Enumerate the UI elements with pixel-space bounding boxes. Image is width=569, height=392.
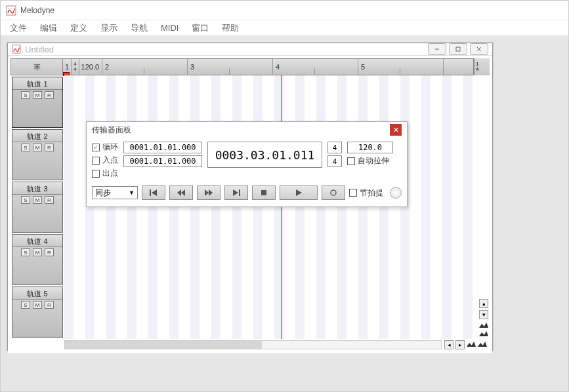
solo-button[interactable]: S [21, 144, 30, 151]
svg-rect-14 [261, 190, 266, 195]
scroll-left-button[interactable]: ◂ [444, 340, 453, 349]
track-list: 轨道 1 S M R 轨道 2 SMR 轨道 3 [11, 75, 64, 339]
track-label[interactable]: 轨道 1 [12, 77, 62, 90]
horizontal-zoom-icon[interactable] [478, 340, 487, 347]
loop-end-position[interactable]: 0001.01.01.000 [123, 155, 202, 167]
punch-in-checkbox[interactable]: 入点 [92, 155, 118, 166]
track-label[interactable]: 轨道 3 [12, 182, 62, 195]
svg-point-16 [331, 190, 336, 195]
record-button[interactable] [322, 186, 345, 200]
dropdown-icon: ▼ [129, 189, 135, 196]
menu-item-edit[interactable]: 编辑 [35, 21, 62, 35]
record-button[interactable]: R [45, 301, 54, 309]
menu-item-file[interactable]: 文件 [5, 21, 32, 35]
time-ruler[interactable]: 1 44 120.0 2 3 4 5 [63, 58, 474, 75]
track-header[interactable]: 轨道 5 SMR [12, 286, 63, 338]
svg-rect-3 [456, 47, 460, 51]
record-button[interactable]: R [45, 91, 54, 99]
svg-marker-11 [209, 189, 213, 196]
track-header[interactable]: 轨道 4 SMR [12, 234, 63, 285]
rewind-to-start-button[interactable] [142, 186, 165, 200]
vertical-zoom-icon[interactable] [479, 321, 488, 328]
autostretch-checkbox[interactable]: 自动拉伸 [347, 155, 393, 167]
stop-button[interactable] [252, 186, 276, 200]
loop-label: 循环 [102, 142, 118, 153]
document-titlebar[interactable]: Untitled [8, 43, 492, 56]
solo-button[interactable]: S [21, 248, 30, 256]
menu-item-midi[interactable]: MIDI [156, 22, 184, 34]
fast-forward-button[interactable] [197, 186, 221, 200]
loop-checkbox[interactable]: ✓循环 [92, 142, 118, 153]
menu-item-help[interactable]: 帮助 [217, 21, 244, 35]
record-button[interactable]: R [45, 144, 54, 151]
track-header[interactable]: 轨道 1 S M R [12, 77, 63, 128]
transport-panel[interactable]: 传输器面板 ✕ ✓循环 入点 出点 0001.01.01.000 0001.01… [86, 121, 408, 207]
track-header[interactable]: 轨道 3 SMR [12, 182, 63, 233]
mute-button[interactable]: M [33, 301, 42, 309]
current-position-display[interactable]: 0003.03.01.011 [207, 142, 322, 168]
punch-out-label: 出点 [102, 168, 118, 179]
window-buttons [428, 43, 488, 55]
punch-in-label: 入点 [102, 155, 118, 166]
punch-out-checkbox[interactable]: 出点 [92, 168, 118, 179]
solo-button[interactable]: S [21, 301, 30, 309]
document-icon [12, 45, 21, 54]
metronome-checkbox[interactable]: 节拍提 [349, 187, 383, 199]
ruler-bar[interactable]: 5 [358, 59, 444, 75]
horizontal-scrollbar[interactable] [64, 340, 442, 349]
mute-button[interactable]: M [33, 248, 42, 256]
track-label[interactable]: 轨道 2 [12, 130, 62, 142]
ruler-tempo[interactable]: 120.0 [79, 63, 102, 71]
transport-titlebar[interactable]: 传输器面板 ✕ [87, 122, 407, 138]
mute-button[interactable]: M [33, 144, 42, 151]
forward-to-end-button[interactable] [224, 186, 248, 200]
scroll-up-button[interactable]: ▴ [479, 299, 488, 308]
play-button[interactable] [280, 186, 318, 200]
vertical-scroll-controls: ▴ ▾ [478, 75, 490, 339]
menu-item-navigate[interactable]: 导航 [125, 21, 153, 35]
ruler-bar[interactable]: 3 [188, 59, 273, 75]
vertical-zoom-icon[interactable] [479, 330, 488, 336]
track-label[interactable]: 轨道 5 [12, 287, 62, 300]
ruler-start-cell[interactable]: 1 44 120.0 [63, 59, 102, 75]
menu-item-display[interactable]: 显示 [95, 21, 123, 35]
scrollbar-thumb[interactable] [65, 341, 262, 349]
track-header[interactable]: 轨道 2 SMR [12, 129, 63, 180]
record-button[interactable]: R [45, 248, 54, 256]
arrangement-area[interactable] [64, 75, 478, 339]
ruler-bar[interactable]: 2 [102, 59, 188, 75]
ruler-bar[interactable]: 4 [273, 59, 358, 75]
rewind-button[interactable] [169, 186, 193, 200]
transport-title: 传输器面板 [92, 125, 131, 136]
metronome-knob[interactable] [390, 187, 402, 199]
sync-dropdown[interactable]: 同步 ▼ [92, 186, 138, 199]
solo-button[interactable]: S [21, 196, 30, 204]
time-sig-numerator[interactable]: 4 [327, 142, 342, 153]
scroll-right-button[interactable]: ▸ [455, 340, 465, 349]
horizontal-zoom-icon[interactable] [467, 340, 476, 347]
ruler-time-signature[interactable]: 44 [72, 59, 79, 75]
close-button[interactable] [470, 43, 488, 55]
maximize-button[interactable] [449, 43, 467, 55]
scroll-down-button[interactable]: ▾ [479, 310, 488, 319]
mute-button[interactable]: M [33, 196, 42, 204]
svg-marker-15 [296, 189, 302, 196]
tempo-field[interactable]: 120.0 [347, 142, 393, 153]
ruler-end-signature[interactable]: 1 4 [474, 58, 490, 75]
minimize-button[interactable] [428, 43, 446, 55]
track-label[interactable]: 轨道 4 [12, 235, 62, 247]
svg-marker-8 [177, 189, 181, 196]
record-button[interactable]: R [45, 196, 54, 204]
mute-button[interactable]: M [33, 91, 42, 99]
time-sig-denominator[interactable]: 4 [327, 155, 342, 167]
autostretch-label: 自动拉伸 [358, 155, 389, 167]
transport-close-button[interactable]: ✕ [390, 124, 402, 136]
loop-start-position[interactable]: 0001.01.01.000 [123, 142, 202, 153]
solo-button[interactable]: S [21, 91, 30, 99]
menu-item-window[interactable]: 窗口 [186, 21, 214, 35]
menu-item-define[interactable]: 定义 [65, 21, 93, 35]
track-header-corner[interactable]: 車 [11, 58, 63, 75]
app-titlebar[interactable]: Melodyne [1, 1, 568, 20]
sync-value: 同步 [95, 187, 111, 199]
playhead[interactable] [281, 75, 282, 339]
